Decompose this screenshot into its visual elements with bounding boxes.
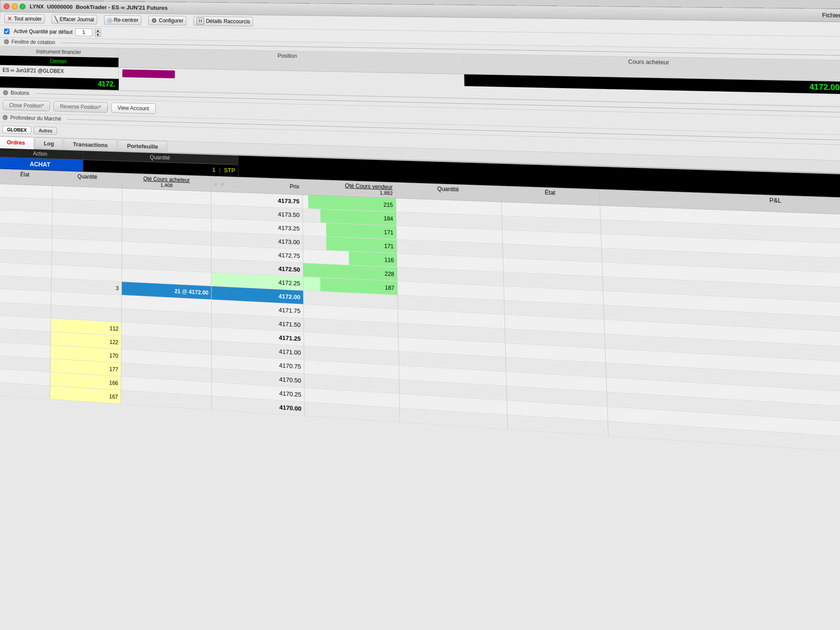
tab-ordres[interactable]: Ordres: [0, 136, 34, 149]
etat-cell: [0, 184, 53, 199]
main-window: LYNX U0000000 BookTrader - ES ∞ JUN'21 F…: [0, 0, 840, 630]
buttons-section-label: Boutons: [10, 90, 29, 96]
dom-header-price: ○ ○ Prix: [211, 176, 302, 194]
etat-cell: [0, 197, 52, 212]
quantity-spinner[interactable]: ▲ ▼: [95, 28, 101, 37]
dom-data-rows: 4173.752154173.501844173.251714173.00171…: [0, 184, 840, 460]
account-id: U0000000: [47, 3, 73, 10]
market-depth-label: Profondeur du Marché: [10, 115, 61, 122]
view-account-button[interactable]: View Account: [111, 102, 155, 114]
etat-cell: [0, 223, 52, 238]
dom-area: État Quantité Qté Cours acheteur 1,408 ○…: [0, 169, 840, 460]
dom-header-etat: État: [0, 169, 53, 186]
exchange-tab-globex[interactable]: GLOBEX: [3, 126, 32, 134]
etat-cell: [0, 236, 52, 251]
instrument-name: ES ∞ JUN'21 Futures: [112, 4, 168, 11]
etat-cell: [0, 262, 52, 278]
close-position-button[interactable]: Close Position*: [3, 100, 50, 111]
action-column: Action ACHAT: [0, 148, 84, 171]
tab-transactions[interactable]: Transactions: [64, 138, 117, 151]
etat-cell: [0, 289, 52, 305]
active-checkbox[interactable]: [4, 29, 10, 34]
quantite-cell: [52, 186, 122, 201]
company-name: LYNX: [30, 3, 44, 10]
etat-cell: [0, 210, 52, 225]
title-text: LYNX U0000000 BookTrader - ES ∞ JUN'21 F…: [30, 3, 168, 11]
etat-cell: [0, 249, 52, 265]
app-name: BookTrader: [76, 4, 107, 10]
dom-header-bid-qty: Qté Cours acheteur 1,408: [123, 173, 212, 191]
position-bar: [122, 69, 175, 78]
menu-bar: Fichier BookTrader Ordres Config.: [822, 12, 840, 20]
maximize-window-btn[interactable]: [20, 3, 26, 9]
clear-journal-button[interactable]: ╲ Effacer Journal: [52, 14, 97, 24]
cancel-all-button[interactable]: ✕ Tout annuler: [4, 14, 45, 24]
etat-cell: [0, 276, 52, 291]
qty-down-arrow[interactable]: ▼: [95, 32, 101, 37]
buttons-expand-dot[interactable]: ○: [3, 90, 8, 95]
market-depth-dot[interactable]: ○: [3, 115, 8, 120]
minimize-window-btn[interactable]: [12, 3, 18, 9]
dom-header-quantite-left: Quantité: [53, 171, 123, 188]
quote-section-label: Fenêtre de cotation: [11, 39, 55, 46]
quote-expand-dot[interactable]: ○: [4, 39, 9, 44]
menu-fichier[interactable]: Fichier: [822, 12, 840, 18]
shortcuts-button[interactable]: H Détails Raccourcis: [194, 16, 253, 27]
etat-cell: [0, 302, 51, 318]
tab-portefeuille[interactable]: Portefeuille: [118, 140, 167, 153]
quote-last: 4172.: [0, 76, 119, 90]
configure-button[interactable]: ⚙ Configurer: [148, 16, 186, 26]
close-window-btn[interactable]: [4, 3, 10, 9]
tab-log[interactable]: Log: [35, 137, 63, 150]
window-controls[interactable]: [4, 3, 26, 10]
quantity-label: Activé Quantité par défaut: [14, 28, 73, 35]
reverse-position-button[interactable]: Reverse Position*: [53, 101, 108, 113]
recenter-button[interactable]: ◎ Re-centrer: [104, 15, 141, 25]
quantity-input[interactable]: [75, 29, 92, 37]
exchange-tab-autres[interactable]: Autres: [34, 126, 57, 135]
qty-up-arrow[interactable]: ▲: [95, 28, 101, 32]
